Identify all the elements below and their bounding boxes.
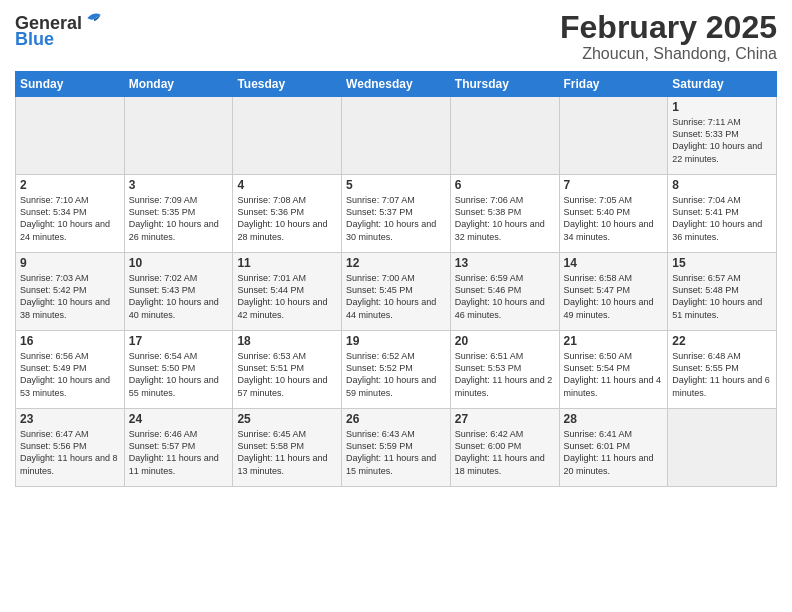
- day-info: Sunrise: 6:58 AM Sunset: 5:47 PM Dayligh…: [564, 272, 664, 321]
- calendar-cell: 5Sunrise: 7:07 AM Sunset: 5:37 PM Daylig…: [342, 175, 451, 253]
- calendar-cell: 26Sunrise: 6:43 AM Sunset: 5:59 PM Dayli…: [342, 409, 451, 487]
- calendar-cell: 23Sunrise: 6:47 AM Sunset: 5:56 PM Dayli…: [16, 409, 125, 487]
- calendar-header-row: Sunday Monday Tuesday Wednesday Thursday…: [16, 72, 777, 97]
- calendar-cell: 25Sunrise: 6:45 AM Sunset: 5:58 PM Dayli…: [233, 409, 342, 487]
- day-info: Sunrise: 6:51 AM Sunset: 5:53 PM Dayligh…: [455, 350, 555, 399]
- calendar-title: February 2025: [560, 10, 777, 45]
- calendar-cell: 21Sunrise: 6:50 AM Sunset: 5:54 PM Dayli…: [559, 331, 668, 409]
- calendar-cell: 11Sunrise: 7:01 AM Sunset: 5:44 PM Dayli…: [233, 253, 342, 331]
- calendar-cell: [342, 97, 451, 175]
- day-info: Sunrise: 6:56 AM Sunset: 5:49 PM Dayligh…: [20, 350, 120, 399]
- calendar-cell: 4Sunrise: 7:08 AM Sunset: 5:36 PM Daylig…: [233, 175, 342, 253]
- day-number: 15: [672, 256, 772, 270]
- day-number: 11: [237, 256, 337, 270]
- day-info: Sunrise: 6:57 AM Sunset: 5:48 PM Dayligh…: [672, 272, 772, 321]
- day-number: 25: [237, 412, 337, 426]
- col-saturday: Saturday: [668, 72, 777, 97]
- day-number: 22: [672, 334, 772, 348]
- calendar-cell: 20Sunrise: 6:51 AM Sunset: 5:53 PM Dayli…: [450, 331, 559, 409]
- calendar-week-row: 23Sunrise: 6:47 AM Sunset: 5:56 PM Dayli…: [16, 409, 777, 487]
- calendar-cell: 2Sunrise: 7:10 AM Sunset: 5:34 PM Daylig…: [16, 175, 125, 253]
- day-number: 24: [129, 412, 229, 426]
- header: General Blue February 2025 Zhoucun, Shan…: [15, 10, 777, 63]
- day-number: 4: [237, 178, 337, 192]
- day-info: Sunrise: 6:43 AM Sunset: 5:59 PM Dayligh…: [346, 428, 446, 477]
- day-number: 20: [455, 334, 555, 348]
- day-number: 7: [564, 178, 664, 192]
- day-info: Sunrise: 7:01 AM Sunset: 5:44 PM Dayligh…: [237, 272, 337, 321]
- day-number: 18: [237, 334, 337, 348]
- calendar-cell: 18Sunrise: 6:53 AM Sunset: 5:51 PM Dayli…: [233, 331, 342, 409]
- page-container: General Blue February 2025 Zhoucun, Shan…: [0, 0, 792, 612]
- day-info: Sunrise: 7:06 AM Sunset: 5:38 PM Dayligh…: [455, 194, 555, 243]
- day-info: Sunrise: 6:48 AM Sunset: 5:55 PM Dayligh…: [672, 350, 772, 399]
- calendar-cell: [124, 97, 233, 175]
- day-info: Sunrise: 7:05 AM Sunset: 5:40 PM Dayligh…: [564, 194, 664, 243]
- calendar-cell: 9Sunrise: 7:03 AM Sunset: 5:42 PM Daylig…: [16, 253, 125, 331]
- day-number: 13: [455, 256, 555, 270]
- day-info: Sunrise: 7:04 AM Sunset: 5:41 PM Dayligh…: [672, 194, 772, 243]
- col-wednesday: Wednesday: [342, 72, 451, 97]
- col-thursday: Thursday: [450, 72, 559, 97]
- day-number: 3: [129, 178, 229, 192]
- calendar-cell: 8Sunrise: 7:04 AM Sunset: 5:41 PM Daylig…: [668, 175, 777, 253]
- calendar-cell: 24Sunrise: 6:46 AM Sunset: 5:57 PM Dayli…: [124, 409, 233, 487]
- col-sunday: Sunday: [16, 72, 125, 97]
- calendar-cell: 19Sunrise: 6:52 AM Sunset: 5:52 PM Dayli…: [342, 331, 451, 409]
- day-info: Sunrise: 7:02 AM Sunset: 5:43 PM Dayligh…: [129, 272, 229, 321]
- logo-bird-icon: [84, 8, 104, 28]
- day-number: 26: [346, 412, 446, 426]
- day-info: Sunrise: 6:45 AM Sunset: 5:58 PM Dayligh…: [237, 428, 337, 477]
- calendar-week-row: 1Sunrise: 7:11 AM Sunset: 5:33 PM Daylig…: [16, 97, 777, 175]
- day-info: Sunrise: 7:07 AM Sunset: 5:37 PM Dayligh…: [346, 194, 446, 243]
- calendar-cell: [16, 97, 125, 175]
- day-info: Sunrise: 6:50 AM Sunset: 5:54 PM Dayligh…: [564, 350, 664, 399]
- col-friday: Friday: [559, 72, 668, 97]
- day-number: 9: [20, 256, 120, 270]
- day-info: Sunrise: 7:11 AM Sunset: 5:33 PM Dayligh…: [672, 116, 772, 165]
- day-info: Sunrise: 7:03 AM Sunset: 5:42 PM Dayligh…: [20, 272, 120, 321]
- day-info: Sunrise: 6:47 AM Sunset: 5:56 PM Dayligh…: [20, 428, 120, 477]
- day-info: Sunrise: 6:41 AM Sunset: 6:01 PM Dayligh…: [564, 428, 664, 477]
- calendar-week-row: 2Sunrise: 7:10 AM Sunset: 5:34 PM Daylig…: [16, 175, 777, 253]
- calendar-cell: 1Sunrise: 7:11 AM Sunset: 5:33 PM Daylig…: [668, 97, 777, 175]
- calendar-cell: [668, 409, 777, 487]
- logo-text-blue: Blue: [15, 30, 54, 50]
- day-number: 10: [129, 256, 229, 270]
- calendar-cell: [233, 97, 342, 175]
- day-number: 1: [672, 100, 772, 114]
- calendar-cell: 6Sunrise: 7:06 AM Sunset: 5:38 PM Daylig…: [450, 175, 559, 253]
- calendar-cell: 28Sunrise: 6:41 AM Sunset: 6:01 PM Dayli…: [559, 409, 668, 487]
- col-tuesday: Tuesday: [233, 72, 342, 97]
- calendar-week-row: 9Sunrise: 7:03 AM Sunset: 5:42 PM Daylig…: [16, 253, 777, 331]
- calendar-cell: [450, 97, 559, 175]
- day-number: 17: [129, 334, 229, 348]
- calendar-cell: 22Sunrise: 6:48 AM Sunset: 5:55 PM Dayli…: [668, 331, 777, 409]
- day-number: 27: [455, 412, 555, 426]
- day-info: Sunrise: 6:54 AM Sunset: 5:50 PM Dayligh…: [129, 350, 229, 399]
- calendar-cell: [559, 97, 668, 175]
- calendar-cell: 12Sunrise: 7:00 AM Sunset: 5:45 PM Dayli…: [342, 253, 451, 331]
- calendar-cell: 13Sunrise: 6:59 AM Sunset: 5:46 PM Dayli…: [450, 253, 559, 331]
- day-info: Sunrise: 6:46 AM Sunset: 5:57 PM Dayligh…: [129, 428, 229, 477]
- col-monday: Monday: [124, 72, 233, 97]
- calendar-cell: 17Sunrise: 6:54 AM Sunset: 5:50 PM Dayli…: [124, 331, 233, 409]
- day-info: Sunrise: 7:08 AM Sunset: 5:36 PM Dayligh…: [237, 194, 337, 243]
- calendar-cell: 3Sunrise: 7:09 AM Sunset: 5:35 PM Daylig…: [124, 175, 233, 253]
- day-number: 12: [346, 256, 446, 270]
- calendar-cell: 16Sunrise: 6:56 AM Sunset: 5:49 PM Dayli…: [16, 331, 125, 409]
- day-number: 5: [346, 178, 446, 192]
- day-info: Sunrise: 6:59 AM Sunset: 5:46 PM Dayligh…: [455, 272, 555, 321]
- day-number: 6: [455, 178, 555, 192]
- calendar-cell: 10Sunrise: 7:02 AM Sunset: 5:43 PM Dayli…: [124, 253, 233, 331]
- calendar-cell: 15Sunrise: 6:57 AM Sunset: 5:48 PM Dayli…: [668, 253, 777, 331]
- day-number: 21: [564, 334, 664, 348]
- calendar-cell: 27Sunrise: 6:42 AM Sunset: 6:00 PM Dayli…: [450, 409, 559, 487]
- day-number: 14: [564, 256, 664, 270]
- calendar-week-row: 16Sunrise: 6:56 AM Sunset: 5:49 PM Dayli…: [16, 331, 777, 409]
- calendar-cell: 14Sunrise: 6:58 AM Sunset: 5:47 PM Dayli…: [559, 253, 668, 331]
- calendar-subtitle: Zhoucun, Shandong, China: [560, 45, 777, 63]
- title-block: February 2025 Zhoucun, Shandong, China: [560, 10, 777, 63]
- day-number: 16: [20, 334, 120, 348]
- day-number: 28: [564, 412, 664, 426]
